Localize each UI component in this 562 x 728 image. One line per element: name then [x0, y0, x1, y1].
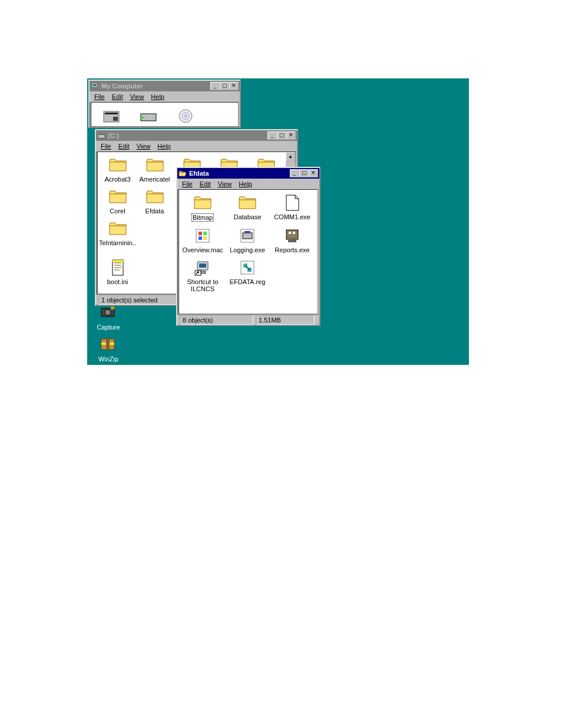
- label: Logging.exe: [225, 246, 270, 253]
- folder-efdata[interactable]: Efdata: [136, 187, 173, 215]
- folder-icon: [108, 187, 127, 206]
- cd-icon: [176, 106, 195, 125]
- menu-edit[interactable]: Edit: [196, 180, 214, 188]
- menubar: File Edit View Help: [177, 179, 319, 189]
- status-size: 1.51MB: [256, 315, 315, 325]
- file-overview[interactable]: Overview.mac: [180, 226, 225, 253]
- folder-icon: [108, 156, 127, 174]
- hdd-icon: [139, 106, 158, 125]
- drive-floppy[interactable]: 3½ Floppy (A:): [92, 106, 130, 127]
- menu-edit[interactable]: Edit: [115, 142, 133, 150]
- label: Bitmap: [180, 213, 225, 222]
- folder-bitmap[interactable]: Bitmap: [180, 193, 225, 222]
- label: Reports.exe: [270, 246, 315, 253]
- label: Capture: [91, 324, 126, 331]
- shortcut-icon: [193, 258, 212, 277]
- status-text: 8 object(s): [180, 315, 253, 325]
- maximize-button[interactable]: ▢: [220, 82, 229, 90]
- label: Overview.mac: [180, 246, 225, 253]
- label: Corel: [99, 207, 136, 215]
- archive-icon: [99, 335, 118, 354]
- maximize-button[interactable]: ▢: [299, 169, 309, 177]
- window-efdata[interactable]: Efdata _ ▢ ✕ File Edit View Help Bitmap …: [176, 167, 320, 326]
- folder-icon: [193, 193, 212, 212]
- window-title: (C:): [108, 132, 267, 139]
- menu-view[interactable]: View: [133, 142, 154, 150]
- file-comm1[interactable]: COMM1.exe: [270, 193, 315, 222]
- folder-icon: [146, 156, 164, 174]
- folder-icon: [238, 193, 257, 212]
- drive-c[interactable]: (C:): [130, 106, 167, 127]
- client-area[interactable]: Bitmap Database COMM1.exe Overview.mac L…: [178, 189, 318, 314]
- folder-acrobat3[interactable]: Acrobat3: [99, 156, 136, 183]
- label: COMM1.exe: [270, 213, 315, 220]
- window-my-computer[interactable]: My Computer _ ▢ ✕ File Edit View Help 3½…: [88, 80, 241, 128]
- menu-file[interactable]: File: [91, 93, 108, 101]
- label: Acrobat3: [99, 176, 136, 183]
- file-logging[interactable]: Logging.exe: [225, 226, 270, 253]
- folder-database[interactable]: Database: [225, 193, 270, 222]
- folder-telintar[interactable]: TeIntarninin..: [99, 219, 136, 253]
- minimize-button[interactable]: _: [267, 131, 277, 140]
- menu-file[interactable]: File: [178, 180, 196, 188]
- scroll-up-button[interactable]: ▲: [286, 152, 295, 162]
- client-area[interactable]: 3½ Floppy (A:) (C:) Efdata_mini... Contr…: [91, 102, 239, 127]
- window-title: Efdata: [189, 170, 290, 177]
- menubar: File Edit View Help: [96, 141, 297, 151]
- desktop-icon-winzip[interactable]: WinZip: [91, 335, 126, 363]
- mac-file-icon: [193, 226, 212, 245]
- minimize-button[interactable]: _: [290, 169, 299, 177]
- titlebar[interactable]: (C:) _ ▢ ✕: [96, 130, 297, 141]
- drive-efdata-mini[interactable]: Efdata_mini...: [167, 106, 204, 127]
- titlebar[interactable]: Efdata _ ▢ ✕: [177, 168, 319, 179]
- file-bootini[interactable]: boot.ini: [99, 258, 136, 285]
- my-computer-icon: [91, 82, 99, 90]
- close-button[interactable]: ✕: [286, 131, 296, 140]
- titlebar[interactable]: My Computer _ ▢ ✕: [90, 81, 240, 91]
- minimize-button[interactable]: _: [210, 82, 220, 90]
- desktop-icon-capture[interactable]: Capture: [91, 304, 126, 331]
- label: (C:): [130, 126, 167, 127]
- label: Efdata: [136, 207, 173, 215]
- menu-edit[interactable]: Edit: [108, 93, 127, 101]
- label: 3½ Floppy (A:): [92, 126, 130, 127]
- desktop[interactable]: Capture WinZip My Computer _ ▢ ✕ File Ed…: [87, 78, 469, 365]
- hdd-icon: [97, 131, 105, 140]
- executable-icon: [283, 193, 302, 212]
- ini-file-icon: [108, 258, 127, 277]
- label: Americatel: [136, 176, 173, 183]
- close-button[interactable]: ✕: [229, 82, 239, 90]
- label: EFDATA.reg: [225, 278, 270, 285]
- menu-help[interactable]: Help: [235, 180, 256, 188]
- statusbar: 8 object(s) 1.51MB: [177, 314, 319, 325]
- menu-view[interactable]: View: [214, 180, 236, 188]
- menu-view[interactable]: View: [127, 93, 148, 101]
- label: Database: [225, 213, 270, 220]
- camera-icon: [99, 304, 118, 322]
- file-efdata-reg[interactable]: EFDATA.reg: [225, 258, 270, 292]
- executable-icon: [283, 226, 302, 245]
- open-folder-icon: [178, 169, 187, 177]
- label: boot.ini: [99, 278, 136, 285]
- label: Shortcut to ILCNCS: [180, 278, 225, 292]
- registry-icon: [238, 258, 257, 277]
- file-reports[interactable]: Reports.exe: [270, 226, 315, 253]
- menu-help[interactable]: Help: [147, 93, 168, 101]
- maximize-button[interactable]: ▢: [277, 131, 286, 140]
- shortcut-ilcncs[interactable]: Shortcut to ILCNCS: [180, 258, 225, 292]
- folder-icon: [108, 219, 127, 238]
- executable-icon: [238, 226, 257, 245]
- folder-icon: [146, 187, 164, 206]
- close-button[interactable]: ✕: [309, 169, 318, 177]
- menu-file[interactable]: File: [97, 142, 115, 150]
- label: Efdata_mini...: [167, 126, 204, 127]
- folder-corel[interactable]: Corel: [99, 187, 136, 215]
- menu-help[interactable]: Help: [154, 142, 174, 150]
- label: WinZip: [91, 355, 126, 363]
- floppy-icon: [102, 106, 121, 125]
- folder-americatel[interactable]: Americatel: [136, 156, 173, 183]
- menubar: File Edit View Help: [90, 91, 240, 102]
- window-title: My Computer: [101, 83, 210, 90]
- label: TeIntarninin..: [99, 239, 136, 246]
